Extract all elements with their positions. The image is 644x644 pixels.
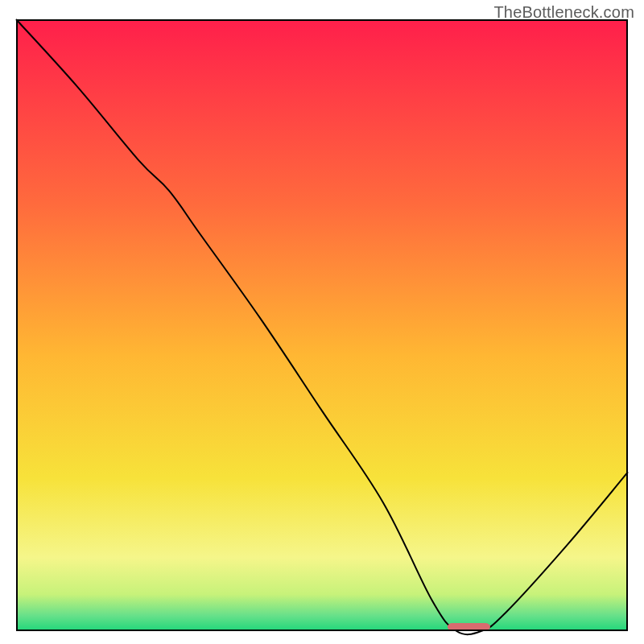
chart-svg [16, 19, 628, 631]
optimal-marker [448, 623, 490, 630]
bottleneck-curve [16, 19, 628, 634]
plot-area [16, 19, 628, 631]
